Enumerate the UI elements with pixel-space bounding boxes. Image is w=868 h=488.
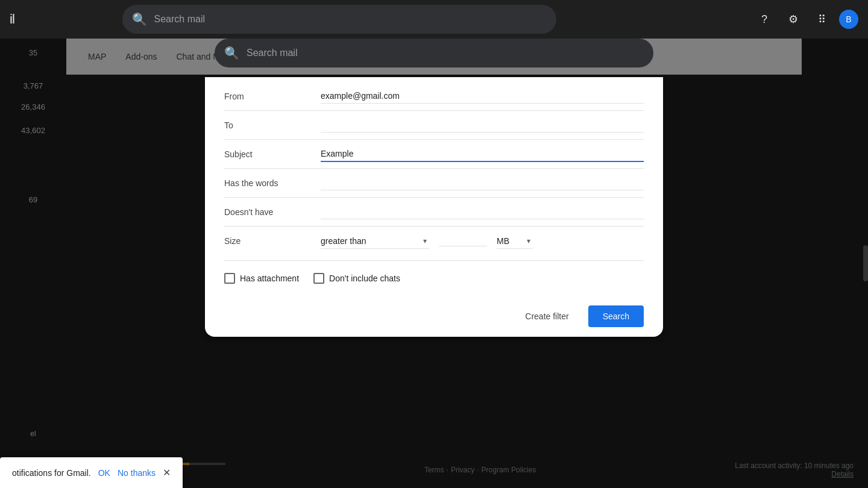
doesnt-have-row: Doesn't have bbox=[224, 198, 644, 227]
avatar[interactable]: B bbox=[839, 10, 858, 29]
has-attachment-checkbox-item[interactable]: Has attachment bbox=[224, 273, 299, 284]
dont-include-chats-checkbox-item[interactable]: Don't include chats bbox=[313, 273, 400, 284]
subject-row: Subject bbox=[224, 140, 644, 169]
size-label: Size bbox=[224, 236, 321, 246]
dont-include-chats-checkbox[interactable] bbox=[313, 273, 324, 284]
size-row: Size greater than less than MB KB bbox=[224, 227, 644, 255]
size-value-input[interactable] bbox=[439, 236, 487, 246]
search-input[interactable] bbox=[154, 14, 547, 25]
dont-include-chats-label: Don't include chats bbox=[329, 274, 400, 283]
create-filter-button[interactable]: Create filter bbox=[515, 307, 578, 326]
has-attachment-label: Has attachment bbox=[240, 274, 299, 283]
notification-bar: otifications for Gmail. OK No thanks ✕ bbox=[0, 457, 183, 488]
search-icon: 🔍 bbox=[132, 12, 147, 27]
subject-input[interactable] bbox=[321, 146, 644, 162]
size-operator-wrapper: greater than less than bbox=[321, 234, 429, 249]
settings-button[interactable]: ⚙ bbox=[781, 7, 805, 31]
notification-ok-button[interactable]: OK bbox=[98, 468, 110, 478]
dropdown-search-icon: 🔍 bbox=[224, 46, 239, 60]
from-input[interactable] bbox=[321, 89, 644, 104]
has-words-input[interactable] bbox=[321, 175, 644, 190]
checkboxes-row: Has attachment Don't include chats bbox=[224, 266, 644, 291]
top-bar-actions: ? ⚙ ⠿ B bbox=[752, 7, 858, 31]
search-bar[interactable]: 🔍 bbox=[122, 5, 556, 34]
notification-close-button[interactable]: ✕ bbox=[163, 467, 171, 478]
has-words-row: Has the words bbox=[224, 169, 644, 198]
size-unit-wrapper: MB KB Bytes bbox=[497, 234, 533, 249]
dropdown-search-input[interactable] bbox=[247, 48, 644, 58]
gmail-logo: il bbox=[10, 11, 14, 27]
subject-label: Subject bbox=[224, 149, 321, 159]
has-attachment-checkbox[interactable] bbox=[224, 273, 235, 284]
search-dropdown-header[interactable]: 🔍 bbox=[215, 39, 653, 67]
action-buttons: Create filter Search bbox=[205, 296, 663, 332]
top-bar: il 🔍 ? ⚙ ⠿ B bbox=[0, 0, 868, 39]
search-form: From To Subject Has the words bbox=[205, 77, 663, 296]
form-divider bbox=[224, 260, 644, 261]
to-input[interactable] bbox=[321, 117, 644, 133]
search-button[interactable]: Search bbox=[588, 305, 644, 327]
advanced-search-panel: 🔍 From To Subject bbox=[205, 39, 663, 337]
main-content: MAP Add-ons Chat and Meet Advanced Offli… bbox=[0, 39, 868, 488]
notification-no-thanks-button[interactable]: No thanks bbox=[118, 468, 156, 478]
to-row: To bbox=[224, 111, 644, 140]
notification-text: otifications for Gmail. bbox=[12, 468, 91, 478]
size-unit-select[interactable]: MB KB Bytes bbox=[497, 234, 533, 249]
size-value-wrapper bbox=[439, 236, 487, 246]
doesnt-have-label: Doesn't have bbox=[224, 207, 321, 217]
apps-button[interactable]: ⠿ bbox=[810, 7, 834, 31]
from-row: From bbox=[224, 82, 644, 111]
has-words-label: Has the words bbox=[224, 178, 321, 188]
size-operator-select[interactable]: greater than less than bbox=[321, 234, 429, 249]
help-button[interactable]: ? bbox=[752, 7, 776, 31]
from-label: From bbox=[224, 92, 321, 101]
doesnt-have-input[interactable] bbox=[321, 204, 644, 219]
to-label: To bbox=[224, 120, 321, 130]
search-bar-container: 🔍 bbox=[122, 5, 556, 34]
